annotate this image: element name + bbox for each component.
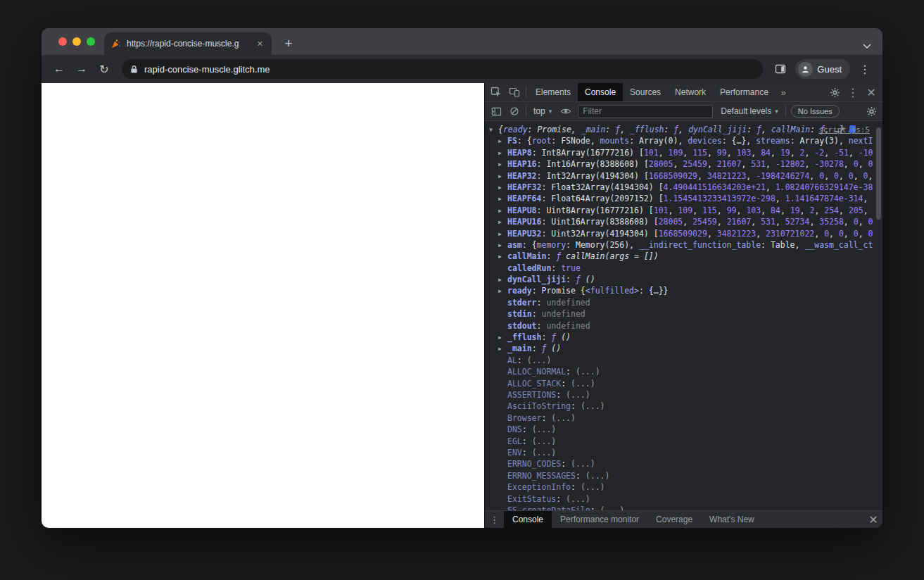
drawer-tab-what-s-new[interactable]: What's New (701, 511, 763, 528)
disclosure-right-icon[interactable]: ▶ (498, 251, 507, 262)
disclosure-right-icon[interactable]: ▶ (498, 206, 507, 216)
address-bar[interactable]: rapid-concise-muscle.glitch.me (122, 59, 763, 79)
drawer-close-icon[interactable]: ✕ (864, 510, 882, 528)
console-row[interactable]: ▶ready: Promise {<fulfilled>: {…}} (489, 285, 873, 296)
console-row[interactable]: ALLOC_NORMAL: (...) (489, 366, 873, 377)
divider (785, 106, 786, 117)
desktop-background: https://rapid-concise-muscle.g ✕ + ← → ↻… (0, 0, 924, 580)
console-row[interactable]: ▶FS: {root: FSNode, mounts: Array(0), de… (489, 135, 873, 146)
drawer-menu-icon[interactable]: ⋮ (485, 515, 504, 525)
console-scrollbar-thumb[interactable] (876, 127, 881, 220)
console-row[interactable]: AsciiToString: (...) (489, 401, 873, 412)
console-row[interactable]: ASSERTIONS: (...) (489, 389, 873, 401)
devtools-menu-icon[interactable]: ⋮ (844, 83, 862, 101)
disclosure-right-icon[interactable]: ▶ (498, 240, 507, 251)
browser-tab[interactable]: https://rapid-concise-muscle.g ✕ (104, 32, 272, 55)
devtools-settings-gear-icon[interactable] (825, 83, 844, 101)
console-row[interactable]: stdin: undefined (489, 308, 873, 320)
console-row[interactable]: ▶HEAPF64: Float64Array(2097152) [1.15454… (489, 193, 873, 204)
reload-button[interactable]: ↻ (94, 58, 115, 80)
console-row[interactable]: stdout: undefined (489, 320, 873, 332)
disclosure-right-icon[interactable]: ▶ (498, 182, 507, 193)
devtools-tab-elements[interactable]: Elements (529, 83, 578, 101)
console-row[interactable]: ALLOC_STACK: (...) (489, 378, 873, 389)
more-panels-chevron[interactable]: » (776, 87, 792, 98)
console-row[interactable]: ExitStatus: (...) (489, 493, 873, 505)
window-content: ElementsConsoleSourcesNetworkPerformance… (42, 83, 882, 528)
console-row[interactable]: ▶_main: ƒ () (489, 343, 873, 354)
filter-input[interactable] (578, 105, 713, 118)
console-row[interactable]: stderr: undefined (489, 297, 873, 308)
devtools-close-icon[interactable]: ✕ (862, 83, 880, 101)
devtools-tab-sources[interactable]: Sources (623, 83, 668, 101)
console-row[interactable]: EGL: (...) (489, 436, 873, 447)
disclosure-right-icon[interactable]: ▶ (498, 343, 507, 354)
back-button[interactable]: ← (49, 58, 70, 80)
browser-menu-icon[interactable]: ⋮ (854, 58, 875, 80)
chevron-down-icon: ▾ (549, 108, 552, 115)
zoom-window-button[interactable] (87, 37, 95, 46)
devtools-tab-performance[interactable]: Performance (713, 83, 776, 101)
drawer-tab-performance-monitor[interactable]: Performance monitor (552, 511, 647, 528)
disclosure-right-icon[interactable]: ▶ (498, 148, 507, 158)
console-sidebar-icon[interactable] (487, 102, 505, 120)
console-rows: ▼{ready: Promise, _main: ƒ, _fflush: ƒ, … (485, 121, 882, 510)
console-row[interactable]: ▶callMain: ƒ callMain(args = []) (489, 251, 873, 262)
no-issues-button[interactable]: No Issues (791, 105, 840, 118)
disclosure-down-icon[interactable]: ▼ (489, 125, 498, 135)
tab-title: https://rapid-concise-muscle.g (127, 39, 250, 49)
source-link[interactable]: script.js:5 (818, 125, 870, 134)
console-row[interactable]: ▶HEAPU32: Uint32Array(4194304) [16685090… (489, 228, 873, 239)
drawer-tab-coverage[interactable]: Coverage (647, 511, 701, 528)
console-row[interactable]: ▶HEAP16: Int16Array(8388608) [28005, 254… (489, 158, 873, 170)
close-window-button[interactable] (58, 37, 67, 46)
console-row[interactable]: ENV: (...) (489, 447, 873, 458)
console-row[interactable]: ERRNO_CODES: (...) (489, 458, 873, 469)
drawer-tab-console[interactable]: Console (504, 511, 552, 528)
console-row[interactable]: Browser: (...) (489, 412, 873, 424)
console-row[interactable]: AL: (...) (489, 355, 873, 366)
device-toolbar-icon[interactable] (505, 83, 524, 101)
console-row[interactable]: ▶HEAPU8: Uint8Array(16777216) [101, 109,… (489, 205, 873, 216)
profile-chip[interactable]: Guest (795, 59, 850, 79)
tab-search-chevron-icon[interactable] (863, 44, 871, 49)
disclosure-right-icon[interactable]: ▶ (498, 194, 507, 204)
disclosure-right-icon[interactable]: ▶ (498, 136, 507, 146)
console-row[interactable]: DNS: (...) (489, 424, 873, 435)
new-tab-button[interactable]: + (279, 34, 298, 53)
console-row[interactable]: ▶HEAPU16: Uint16Array(8388608) [28005, 2… (489, 216, 873, 227)
disclosure-right-icon[interactable]: ▶ (498, 229, 507, 239)
console-row[interactable]: calledRun: true (489, 263, 873, 274)
devtools-tabbar: ElementsConsoleSourcesNetworkPerformance… (485, 83, 882, 102)
console-settings-gear-icon[interactable] (862, 102, 880, 120)
divider (526, 87, 526, 98)
console-row[interactable]: ▶asm: {memory: Memory(256), __indirect_f… (489, 239, 873, 251)
javascript-context-dropdown[interactable]: top▾ (529, 106, 557, 116)
disclosure-right-icon[interactable]: ▶ (498, 286, 507, 296)
live-expression-eye-icon[interactable] (557, 102, 575, 120)
console-row[interactable]: ERRNO_MESSAGES: (...) (489, 470, 873, 481)
clear-console-icon[interactable] (505, 102, 524, 120)
tab-close-icon[interactable]: ✕ (255, 39, 265, 49)
console-row[interactable]: ▶HEAPF32: Float32Array(4194304) [4.49044… (489, 182, 873, 193)
disclosure-right-icon[interactable]: ▶ (498, 171, 507, 182)
console-row[interactable]: ▼{ready: Promise, _main: ƒ, _fflush: ƒ, … (489, 124, 873, 135)
disclosure-right-icon[interactable]: ▶ (498, 159, 507, 170)
devtools-tab-console[interactable]: Console (578, 83, 623, 101)
console-row[interactable]: ▶dynCall_jiji: ƒ () (489, 274, 873, 285)
devtools-tab-network[interactable]: Network (668, 83, 713, 101)
browser-toolbar: ← → ↻ rapid-concise-muscle.glitch.me Gue… (42, 55, 882, 83)
console-row[interactable]: FS_createDataFile: (...) (489, 505, 873, 510)
log-levels-dropdown[interactable]: Default levels▾ (716, 106, 783, 116)
side-panel-icon[interactable] (770, 58, 791, 80)
disclosure-right-icon[interactable]: ▶ (498, 217, 507, 227)
console-row[interactable]: ExceptionInfo: (...) (489, 481, 873, 493)
forward-button[interactable]: → (71, 58, 92, 80)
console-row[interactable]: ▶HEAP8: Int8Array(16777216) [101, 109, 1… (489, 147, 873, 158)
disclosure-right-icon[interactable]: ▶ (498, 332, 507, 343)
disclosure-right-icon[interactable]: ▶ (498, 275, 507, 285)
minimize-window-button[interactable] (72, 37, 81, 46)
inspect-element-icon[interactable] (487, 83, 505, 101)
console-row[interactable]: ▶HEAP32: Int32Array(4194304) [1668509029… (489, 170, 873, 182)
console-row[interactable]: ▶_fflush: ƒ () (489, 332, 873, 343)
